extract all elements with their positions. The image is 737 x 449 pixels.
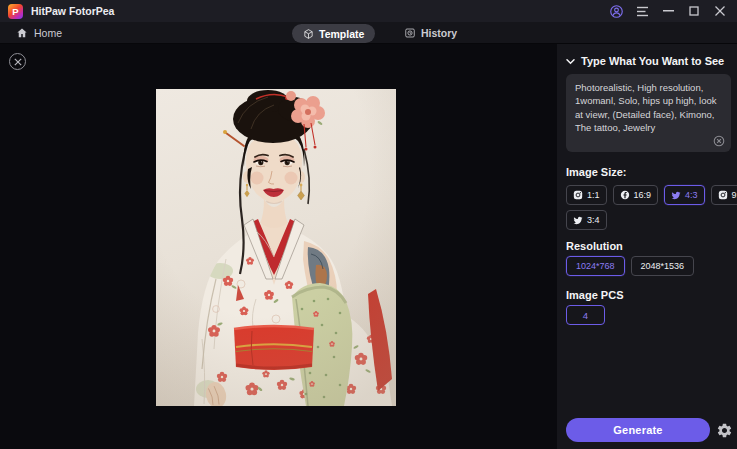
prompt-input[interactable]: Photorealistic, High resolution, 1womanl… [566, 74, 731, 152]
tab-history[interactable]: History [404, 22, 457, 44]
window-controls [603, 0, 737, 22]
app-logo-icon: P [8, 4, 23, 19]
titlebar: P HitPaw FotorPea [0, 0, 737, 22]
navbar: Home Template History [0, 22, 737, 44]
resolution-row: 1024*768 2048*1536 [566, 256, 694, 276]
prompt-header-label: Type What You Want to See [581, 55, 724, 67]
nav-home-label: Home [34, 27, 62, 39]
resolution-option-1024[interactable]: 1024*768 [566, 256, 625, 276]
menu-icon[interactable] [629, 0, 655, 22]
tab-history-label: History [421, 27, 457, 39]
resolution-option-2048[interactable]: 2048*1536 [631, 256, 695, 276]
prompt-box: Photorealistic, High resolution, 1womanl… [566, 74, 731, 152]
account-icon[interactable] [603, 0, 629, 22]
home-icon [16, 27, 28, 39]
gear-icon[interactable] [716, 422, 733, 439]
size-option-3-4[interactable]: 3:4 [566, 210, 607, 230]
history-icon [404, 27, 416, 39]
image-size-row-1: 1:1 16:9 4:3 9:16 [566, 185, 737, 205]
resolution-label: Resolution [566, 240, 623, 252]
size-option-16-9[interactable]: 16:9 [613, 185, 659, 205]
nav-home[interactable]: Home [16, 22, 62, 44]
image-size-row-2: 3:4 [566, 210, 607, 230]
clear-circle-icon[interactable] [713, 135, 725, 147]
maximize-icon[interactable] [681, 0, 707, 22]
image-pcs-input[interactable] [566, 305, 605, 325]
size-option-4-3[interactable]: 4:3 [664, 185, 705, 205]
generated-image-art [156, 89, 396, 406]
facebook-icon [620, 190, 630, 200]
tab-template[interactable]: Template [292, 24, 375, 43]
close-preview-button[interactable] [9, 53, 26, 70]
chevron-down-icon [566, 58, 575, 65]
generated-image [156, 89, 396, 406]
close-circle-icon [14, 58, 22, 66]
settings-panel: Type What You Want to See Photorealistic… [557, 44, 737, 449]
image-pcs-label: Image PCS [566, 289, 623, 301]
minimize-icon[interactable] [655, 0, 681, 22]
close-icon[interactable] [707, 0, 733, 22]
twitter-icon [573, 216, 583, 225]
generate-button[interactable]: Generate [566, 418, 710, 442]
prompt-header[interactable]: Type What You Want to See [566, 55, 724, 67]
canvas-area [0, 44, 557, 449]
image-size-label: Image Size: [566, 166, 627, 178]
instagram-icon [718, 190, 728, 200]
cube-icon [303, 28, 314, 40]
size-option-1-1[interactable]: 1:1 [566, 185, 607, 205]
instagram-icon [573, 190, 583, 200]
app-title: HitPaw FotorPea [31, 5, 114, 17]
tab-template-label: Template [319, 28, 364, 40]
size-option-9-16[interactable]: 9:16 [711, 185, 737, 205]
twitter-icon [671, 191, 681, 200]
